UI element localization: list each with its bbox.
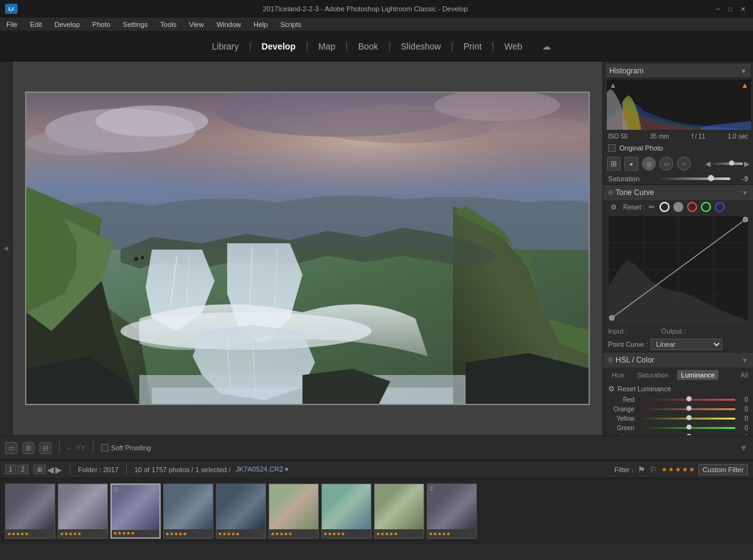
filter-stars[interactable]: ★ ★ ★ ★ ★ <box>661 466 695 473</box>
tc-channel-blue[interactable] <box>715 202 725 212</box>
filename-link[interactable]: JK7A0524.CR2 ▾ <box>235 465 289 473</box>
filmstrip-thumb-1[interactable]: ★★★★★ <box>5 483 55 539</box>
redeye-tool[interactable]: ◎ <box>642 157 656 171</box>
menu-edit[interactable]: Edit <box>28 19 45 29</box>
original-photo-checkbox[interactable] <box>608 144 616 152</box>
menu-tools[interactable]: Tools <box>158 19 179 29</box>
red-thumb[interactable] <box>686 396 692 401</box>
menu-photo[interactable]: Photo <box>90 19 113 29</box>
menu-window[interactable]: Window <box>214 19 243 29</box>
grid-view-button[interactable]: ⊞ <box>23 442 35 454</box>
filmstrip-collapse[interactable]: ▼ <box>739 443 748 453</box>
tc-settings-icon[interactable]: ⚙ <box>608 203 619 212</box>
hsl-chevron: ▼ <box>742 357 748 364</box>
hsl-settings-icon[interactable]: ⚙ <box>608 384 615 393</box>
gradient-tool[interactable]: ▭ <box>660 157 673 171</box>
tone-curve-canvas <box>609 216 748 323</box>
menu-settings[interactable]: Settings <box>120 19 151 29</box>
nav-develop[interactable]: Develop <box>252 31 306 61</box>
spot-tool[interactable]: ● <box>624 157 638 171</box>
filter-flag-white[interactable]: ⚑ <box>638 465 646 475</box>
menu-scripts[interactable]: Scripts <box>278 19 304 29</box>
hsl-tab-luminance[interactable]: Luminance <box>677 370 718 380</box>
saturation-value: -9 <box>733 175 748 182</box>
tc-channel-white[interactable] <box>660 202 670 212</box>
tone-curve-header[interactable]: Tone Curve ▼ <box>603 185 753 200</box>
filmstrip-prev-arrow[interactable]: ◀ <box>47 465 54 475</box>
minimize-button[interactable]: ─ <box>713 4 723 14</box>
tc-channel-red[interactable] <box>687 202 697 212</box>
star-3[interactable]: ★ <box>675 466 681 473</box>
filmstrip-thumb-4[interactable]: ★★★★★ <box>163 483 213 539</box>
soft-proofing-checkbox[interactable] <box>101 444 109 452</box>
orange-value: 0 <box>738 406 748 413</box>
histogram-header[interactable]: Histogram ▼ <box>606 64 750 78</box>
maximize-button[interactable]: □ <box>725 4 735 14</box>
point-curve-row: Point Curve : Linear Medium Contrast Str… <box>603 337 753 352</box>
star-1[interactable]: ★ <box>661 466 667 473</box>
filmstrip-thumb-5[interactable]: ★★★★★ <box>216 483 266 539</box>
menu-help[interactable]: Help <box>251 19 270 29</box>
tc-channel-green[interactable] <box>701 202 711 212</box>
tone-curve-svg <box>609 216 748 323</box>
filmstrip-thumb-2[interactable]: ★★★★★ <box>58 483 108 539</box>
left-panel-arrow[interactable]: ◄ <box>2 244 11 253</box>
close-button[interactable]: ✕ <box>738 4 748 14</box>
compare-view-button[interactable]: ⊟ <box>40 442 51 454</box>
nav-book[interactable]: Book <box>348 31 388 61</box>
exposure-slider-track[interactable] <box>712 162 743 165</box>
green-slider[interactable] <box>637 427 735 429</box>
cloud-icon: ☁ <box>542 41 551 51</box>
yellow-slider[interactable] <box>637 418 735 420</box>
tc-pencil-icon[interactable]: ✏ <box>649 203 654 211</box>
star-5[interactable]: ★ <box>689 466 695 473</box>
filter-flag-yellow[interactable]: ⚐ <box>649 465 658 475</box>
hsl-tab-hue[interactable]: Hue <box>608 370 628 380</box>
filmstrip-next-arrow[interactable]: ▶ <box>55 465 62 475</box>
nav-web[interactable]: Web <box>494 31 533 61</box>
point-curve-select[interactable]: Linear Medium Contrast Strong Contrast <box>651 339 722 350</box>
thumb-stars-7: ★★★★★ <box>323 531 345 537</box>
hsl-tab-all[interactable]: All <box>740 371 748 379</box>
aqua-thumb[interactable] <box>686 434 692 435</box>
star-2[interactable]: ★ <box>668 466 674 473</box>
tone-curve-section: Tone Curve ▼ ⚙ Reset : ✏ <box>603 184 753 352</box>
orange-thumb[interactable] <box>686 406 692 411</box>
warn-right-icon[interactable]: ▲ <box>741 81 749 90</box>
filmstrip-thumb-6[interactable]: ★★★★★ <box>269 483 319 539</box>
star-4[interactable]: ★ <box>682 466 688 473</box>
red-slider[interactable] <box>637 399 735 401</box>
brush-tool[interactable]: ○ <box>677 157 691 171</box>
menu-file[interactable]: File <box>4 19 20 29</box>
exposure-slider-thumb[interactable] <box>729 161 734 166</box>
saturation-thumb[interactable] <box>708 175 714 181</box>
nav-map[interactable]: Map <box>308 31 345 61</box>
soft-proofing-check[interactable]: Soft Proofing <box>101 444 151 452</box>
page-2-button[interactable]: 2 <box>18 465 29 474</box>
menu-view[interactable]: View <box>186 19 206 29</box>
filmstrip-thumb-9[interactable]: 2 ★★★★★ <box>427 483 477 539</box>
nav-print[interactable]: Print <box>454 31 492 61</box>
nav-library[interactable]: Library <box>202 31 249 61</box>
nav-slideshow[interactable]: Slideshow <box>391 31 451 61</box>
page-1-button[interactable]: 1 <box>5 465 16 474</box>
thumb-num-9: 2 <box>430 485 433 492</box>
menu-develop[interactable]: Develop <box>52 19 82 29</box>
warn-left-icon[interactable]: ▲ <box>609 81 617 90</box>
orange-slider[interactable] <box>637 408 735 410</box>
hsl-tab-saturation[interactable]: Saturation <box>633 370 672 380</box>
green-thumb[interactable] <box>686 425 692 430</box>
yellow-thumb[interactable] <box>686 415 692 420</box>
single-view-button[interactable]: ▭ <box>5 442 18 454</box>
toolbar-sep-1 <box>59 441 60 454</box>
grid-view-small[interactable]: ⊞ <box>33 465 46 474</box>
crop-tool[interactable]: ⊞ <box>607 157 621 171</box>
custom-filter-button[interactable]: Custom Filter <box>698 464 748 475</box>
filmstrip-thumb-3[interactable]: 2 ★★★★★ <box>110 483 161 539</box>
saturation-slider[interactable] <box>654 177 730 180</box>
tc-channel-gray[interactable] <box>673 202 683 212</box>
orange-slider-row: Orange 0 <box>603 404 753 414</box>
hsl-header[interactable]: HSL / Color ▼ <box>603 352 753 367</box>
filmstrip-thumb-7[interactable]: ★★★★★ <box>321 483 371 539</box>
filmstrip-thumb-8[interactable]: ★★★★★ <box>374 483 424 539</box>
